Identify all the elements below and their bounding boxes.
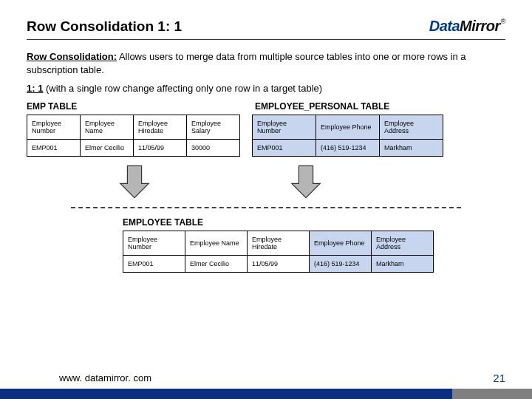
pers-table-title: EMPLOYEE_PERSONAL TABLE	[255, 101, 443, 112]
col-header: Employee Phone	[310, 231, 372, 255]
cell: (416) 519-1234	[310, 255, 372, 272]
cell: 11/05/99	[134, 139, 187, 156]
target-table: Employee Number Employee Name Employee H…	[123, 231, 434, 273]
header-bar: Row Consolidation 1: 1 DataMirror®	[27, 18, 505, 40]
emp-table-title: EMP TABLE	[27, 101, 240, 112]
one-one-paragraph: 1: 1 (with a single row change affecting…	[27, 82, 505, 95]
intro-paragraph: Row Consolidation: Allows users to merge…	[27, 50, 505, 76]
col-header: Employee Address	[380, 115, 443, 139]
col-header: Employee Hiredate	[248, 231, 310, 255]
table-row: Employee Number Employee Name Employee H…	[27, 115, 240, 139]
footer-url: www. datamirror. com	[59, 372, 151, 383]
cell: Markham	[380, 139, 443, 156]
col-header: Employee Hiredate	[134, 115, 187, 139]
svg-marker-0	[120, 166, 149, 197]
table-row: Employee Number Employee Name Employee H…	[123, 231, 434, 255]
registered-icon: ®	[501, 18, 505, 25]
arrow-down-icon	[287, 164, 325, 202]
arrow-row	[115, 164, 505, 202]
one-one-label: 1: 1	[27, 83, 43, 94]
divider-dashed	[71, 207, 461, 208]
pers-table-wrap: EMPLOYEE_PERSONAL TABLE Employee Number …	[252, 101, 443, 157]
table-row: EMP001 (416) 519-1234 Markham	[253, 139, 443, 156]
target-table-wrap: EMPLOYEE TABLE Employee Number Employee …	[123, 217, 505, 273]
page-number: 21	[493, 372, 505, 384]
pers-table: Employee Number Employee Phone Employee …	[252, 115, 443, 157]
col-header: Employee Name	[185, 231, 248, 255]
col-header: Employee Address	[372, 231, 434, 255]
logo-word-mirror: Mirror	[460, 18, 500, 35]
col-header: Employee Number	[253, 115, 316, 139]
cell: EMP001	[27, 139, 81, 156]
one-one-text: (with a single row change affecting only…	[43, 83, 322, 94]
col-header: Employee Number	[27, 115, 81, 139]
table-row: EMP001 Elmer Cecilio 11/05/99 30000	[27, 139, 240, 156]
target-table-title: EMPLOYEE TABLE	[123, 217, 505, 228]
table-row: EMP001 Elmer Cecilio 11/05/99 (416) 519-…	[123, 255, 434, 272]
cell: 30000	[187, 139, 240, 156]
svg-marker-1	[292, 166, 320, 197]
cell: Markham	[372, 255, 434, 272]
col-header: Employee Name	[81, 115, 134, 139]
col-header: Employee Number	[123, 231, 185, 255]
footer: www. datamirror. com 21	[0, 372, 532, 384]
emp-table-wrap: EMP TABLE Employee Number Employee Name …	[27, 101, 240, 157]
cell: 11/05/99	[248, 255, 310, 272]
col-header: Employee Salary	[187, 115, 240, 139]
brand-logo: DataMirror®	[429, 18, 505, 35]
arrow-down-icon	[115, 164, 154, 202]
col-header: Employee Phone	[316, 115, 380, 139]
cell: Elmer Cecilio	[185, 255, 248, 272]
emp-table: Employee Number Employee Name Employee H…	[27, 115, 240, 157]
cell: (416) 519-1234	[316, 139, 380, 156]
cell: Elmer Cecilio	[81, 139, 134, 156]
table-row: Employee Number Employee Phone Employee …	[253, 115, 443, 139]
logo-word-data: Data	[429, 18, 460, 35]
page-title: Row Consolidation 1: 1	[27, 18, 182, 35]
cell: EMP001	[123, 255, 185, 272]
intro-label: Row Consolidation:	[27, 51, 117, 62]
cell: EMP001	[253, 139, 316, 156]
footer-strip	[0, 389, 532, 399]
